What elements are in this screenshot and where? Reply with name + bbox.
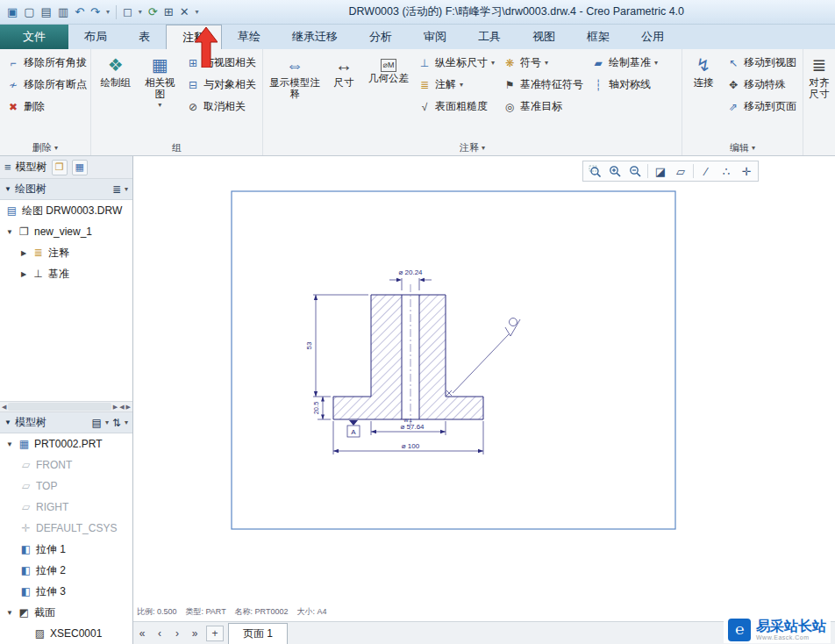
model-tree-tab-label[interactable]: 模型树 (16, 160, 47, 175)
remove-all-jogs-button[interactable]: ⌐ 移除所有角拔 (4, 52, 89, 74)
next-page-button[interactable]: › (168, 623, 186, 644)
csys-display-button[interactable]: ✛ (737, 162, 756, 180)
tree-item-part[interactable]: ▼ ▦ PRT0002.PRT (0, 433, 132, 454)
relate-to-object-button[interactable]: ⊟ 与对象相关 (183, 74, 259, 96)
tree-item-datums[interactable]: ▶ ⊥ 基准 (0, 263, 132, 284)
tree-item-annotations[interactable]: ▶ ≣ 注释 (0, 242, 132, 263)
model-tree-sort-dropdown-icon[interactable]: ▾ (125, 419, 128, 426)
navigator-menu-icon[interactable]: ≡ (4, 161, 11, 174)
tree-item-extrude-1[interactable]: ◧ 拉伸 1 (0, 539, 132, 560)
draw-group-button[interactable]: ❖ 绘制组 (95, 52, 137, 89)
graphics-canvas[interactable]: ◪ ▱ ∕ ∴ ✛ (133, 156, 835, 644)
tree-horizontal-scrollbar[interactable]: ◀ ▶ ◀ ▶ (0, 401, 132, 412)
dim-flange-height[interactable]: 20.5 (312, 402, 320, 415)
drawing-sheet-svg[interactable]: ⌀ 20.24 53 20.5 ⌀ 57.64 W (133, 156, 835, 644)
tree-item-default-csys[interactable]: ✛ DEFAULT_CSYS (0, 518, 132, 539)
attach-button[interactable]: ↯ 连接 (686, 52, 721, 89)
collapse-icon[interactable]: ▼ (5, 609, 14, 617)
tab-framework[interactable]: 框架 (571, 25, 625, 49)
datum-target-button[interactable]: ◎ 基准目标 (500, 96, 586, 118)
expand-icon[interactable]: ▶ (19, 249, 28, 257)
ordinate-dimension-button[interactable]: ⊥ 纵坐标尺寸 ▾ (415, 52, 497, 74)
scroll-left-icon[interactable]: ◀ (119, 404, 124, 411)
move-to-page-button[interactable]: ⇗ 移动到页面 (724, 96, 799, 118)
tree-item-front-plane[interactable]: ▱ FRONT (0, 454, 132, 476)
unrelate-button[interactable]: ⊘ 取消相关 (183, 96, 259, 118)
tab-sketch[interactable]: 草绘 (222, 25, 276, 49)
dim-note[interactable]: W.1 (403, 418, 411, 423)
delete-button[interactable]: ✖ 删除 (4, 96, 47, 118)
tab-tools[interactable]: 工具 (462, 25, 517, 49)
titlebar-dropdown-icon[interactable]: ▾ (196, 8, 199, 16)
tab-layout[interactable]: 布局 (68, 25, 123, 49)
previous-page-button[interactable]: ‹ (151, 623, 168, 644)
delete-group-footer[interactable]: 删除 ▾ (0, 140, 90, 155)
model-tree-filter-dropdown-icon[interactable]: ▾ (105, 419, 109, 426)
collapse-icon[interactable]: ▼ (5, 228, 14, 236)
tab-view[interactable]: 视图 (517, 25, 571, 49)
scroll-left-icon[interactable]: ◀ (2, 404, 6, 411)
zoom-in-button[interactable] (605, 162, 624, 180)
select-tool-icon[interactable]: ◻ (123, 5, 132, 18)
symbol-button[interactable]: ❋ 符号 ▾ (500, 52, 586, 74)
scrollbar-track[interactable] (8, 403, 111, 411)
move-to-view-button[interactable]: ↖ 移动到视图 (724, 52, 799, 74)
redo-icon[interactable]: ↷ (90, 5, 100, 18)
show-model-annotations-button[interactable]: ⇔ 显示模型注释 (267, 52, 323, 100)
zoom-out-button[interactable] (625, 162, 645, 180)
move-special-button[interactable]: ✥ 移动特殊 (724, 74, 799, 96)
tree-item-right-plane[interactable]: ▱ RIGHT (0, 497, 132, 518)
drawing-tree-expander-icon[interactable]: ▼ (4, 185, 11, 193)
sheet-border[interactable] (232, 191, 675, 529)
drawing-tree-settings-icon[interactable]: ≣ (112, 183, 121, 196)
shade-display-button[interactable]: ◪ (651, 162, 670, 180)
app-icon[interactable]: ▣ (7, 5, 18, 18)
page-tab[interactable]: 页面 1 (228, 623, 288, 644)
edit-group-footer[interactable]: 编辑 ▾ (682, 140, 803, 155)
dimension-button[interactable]: ↔ 尺寸 (325, 52, 362, 89)
plane-display-button[interactable]: ▱ (671, 162, 690, 180)
tree-item-top-plane[interactable]: ▱ TOP (0, 476, 132, 497)
windows-icon[interactable]: ⊞ (164, 5, 174, 18)
tab-analysis[interactable]: 分析 (353, 25, 408, 49)
annotate-group-footer[interactable]: 注释 ▾ (263, 140, 682, 155)
tab-common[interactable]: 公用 (625, 25, 680, 49)
undo-icon[interactable]: ↶ (75, 5, 84, 18)
zoom-window-button[interactable] (585, 162, 604, 180)
expand-icon[interactable]: ▶ (19, 270, 28, 278)
tree-item-drawing-root[interactable]: ▤ 绘图 DRW0003.DRW (0, 200, 132, 221)
open-file-icon[interactable]: ▤ (41, 5, 52, 18)
align-dimensions-button[interactable]: ≣ 对齐尺寸 (807, 52, 831, 100)
model-tree-filter-icon[interactable]: ▤ (92, 417, 102, 429)
tab-review[interactable]: 审阅 (408, 25, 462, 49)
geometric-tolerance-button[interactable]: ⌀M 几何公差 (365, 52, 412, 84)
note-button[interactable]: ≣ 注解 ▾ (415, 74, 497, 96)
last-page-button[interactable]: » (186, 623, 203, 644)
tree-item-view[interactable]: ▼ ❐ new_view_1 (0, 221, 132, 242)
drawing-tree-dropdown-icon[interactable]: ▾ (125, 185, 128, 193)
related-view-button[interactable]: ▦ 相关视图 ▾ (139, 52, 182, 109)
add-page-button[interactable]: + (206, 626, 224, 641)
regenerate-icon[interactable]: ⟳ (148, 5, 158, 18)
favorites-button[interactable]: ▦ (72, 160, 88, 175)
model-tree-expander-icon[interactable]: ▼ (4, 419, 11, 426)
surface-finish-button[interactable]: √ 表面粗糙度 (415, 96, 497, 118)
tab-legacy-migration[interactable]: 继承迁移 (276, 25, 353, 49)
tree-item-extrude-2[interactable]: ◧ 拉伸 2 (0, 560, 132, 581)
tab-table[interactable]: 表 (123, 25, 166, 49)
first-page-button[interactable]: « (133, 623, 151, 644)
datum-label[interactable]: A (351, 428, 356, 436)
tree-item-extrude-3[interactable]: ◧ 拉伸 3 (0, 581, 132, 602)
datum-feature-symbol-button[interactable]: ⚑ 基准特征符号 (500, 74, 586, 96)
redo-dropdown-icon[interactable]: ▾ (106, 8, 110, 16)
dim-flange-diameter[interactable]: ⌀ 100 (402, 442, 420, 450)
collapse-icon[interactable]: ▼ (5, 440, 14, 448)
dim-height[interactable]: 53 (305, 341, 313, 349)
close-window-icon[interactable]: ✕ (180, 5, 189, 18)
model-tree-sort-icon[interactable]: ⇅ (112, 417, 121, 429)
dim-hole-diameter[interactable]: ⌀ 20.24 (398, 268, 423, 276)
save-icon[interactable]: ▥ (58, 5, 68, 18)
new-file-icon[interactable]: ▢ (24, 5, 34, 18)
select-dropdown-icon[interactable]: ▾ (139, 8, 142, 16)
draft-datum-button[interactable]: ▰ 绘制基准 ▾ (589, 52, 660, 74)
